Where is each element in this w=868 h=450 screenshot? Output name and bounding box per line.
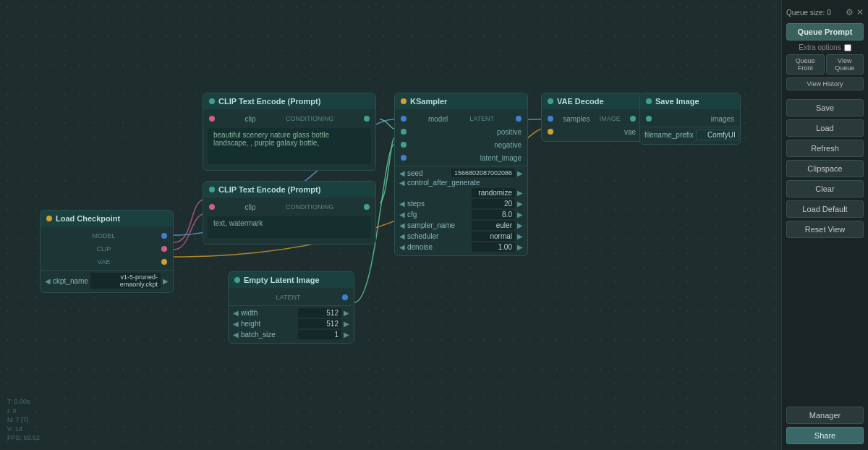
extra-options-checkbox[interactable] [844, 44, 851, 51]
node-title: CLIP Text Encode (Prompt) [218, 97, 320, 106]
close-icon[interactable]: ✕ [856, 7, 864, 17]
clip-text-positive-node: CLIP Text Encode (Prompt) clip CONDITION… [203, 93, 376, 171]
queue-front-button[interactable]: Queue Front [786, 54, 825, 75]
load-default-button[interactable]: Load Default [786, 200, 864, 218]
cond-output-dot [364, 116, 370, 122]
node-title: Load Checkpoint [56, 214, 120, 223]
view-history-button[interactable]: View History [786, 77, 864, 90]
ckpt-arrow[interactable]: ◀ [45, 277, 51, 285]
share-button[interactable]: Share [786, 427, 864, 444]
clip-output-dot [161, 246, 167, 252]
ckpt-btn[interactable]: ▶ [163, 277, 169, 285]
latent-output-dot [342, 294, 348, 300]
clipspace-button[interactable]: Clipspace [786, 160, 864, 177]
node-status-dot [548, 98, 553, 104]
load-button[interactable]: Load [786, 119, 864, 137]
clear-button[interactable]: Clear [786, 180, 864, 198]
latent-output-dot [516, 116, 522, 122]
images-input-dot [646, 116, 652, 122]
seed-value: 1566802087002086 [451, 169, 515, 177]
node-title: KSampler [410, 97, 447, 106]
load-checkpoint-node: Load Checkpoint MODEL CLIP VAE ◀ ckpt_na [40, 210, 174, 293]
save-image-node: Save Image images filename_prefix ComfyU… [639, 93, 741, 145]
vae-input-dot [548, 129, 553, 135]
node-title: VAE Decode [557, 97, 604, 106]
queue-prompt-button[interactable]: Queue Prompt [786, 23, 864, 41]
extra-options-row: Extra options [786, 43, 864, 51]
vae-output-dot [161, 259, 167, 265]
save-button[interactable]: Save [786, 99, 864, 116]
extra-options-label: Extra options [799, 43, 841, 51]
reset-view-button[interactable]: Reset View [786, 221, 864, 238]
clip-text-negative-node: CLIP Text Encode (Prompt) clip CONDITION… [203, 181, 376, 245]
refresh-button[interactable]: Refresh [786, 140, 864, 157]
clip-input-dot [209, 204, 215, 210]
node-status-dot [234, 277, 240, 283]
queue-size-label: Queue size: 0 [786, 9, 831, 17]
node-status-dot [209, 187, 215, 192]
settings-icon[interactable]: ⚙ [846, 7, 854, 17]
corner-stats: T: 0.00s I: 0 N: 7 [7] V: 14 FPS: 59.52 [7, 397, 40, 443]
latent-input-dot [401, 155, 407, 161]
ckpt-value: v1-5-pruned-emaonly.ckpt [90, 273, 161, 289]
cond-output-dot [364, 204, 370, 210]
sidebar: Queue size: 0 ⚙ ✕ Queue Prompt Extra opt… [781, 0, 868, 450]
model-input-dot [401, 116, 407, 122]
node-status-dot [646, 98, 652, 104]
filename-prefix-value[interactable]: ComfyUI [696, 130, 739, 140]
negative-prompt-text[interactable]: text, watermark [208, 216, 371, 238]
clip-input-dot [209, 116, 215, 122]
ksampler-node: KSampler model LATENT positive negative … [394, 93, 528, 256]
node-status-dot [209, 98, 215, 104]
queue-header: Queue size: 0 ⚙ ✕ [786, 6, 864, 19]
negative-input-dot [401, 142, 407, 148]
node-title: Empty Latent Image [244, 276, 320, 284]
node-status-dot [46, 216, 52, 221]
node-status-dot [401, 98, 407, 104]
positive-prompt-text[interactable]: beautiful scenery nature glass bottle la… [208, 128, 371, 164]
model-output-dot [161, 233, 167, 239]
positive-input-dot [401, 129, 407, 135]
vae-decode-node: VAE Decode samples IMAGE vae [541, 93, 642, 142]
samples-input-dot [548, 116, 553, 122]
node-title: CLIP Text Encode (Prompt) [218, 185, 320, 194]
view-queue-button[interactable]: View Queue [826, 54, 864, 75]
view-history-row: View History [786, 77, 864, 90]
empty-latent-node: Empty Latent Image LATENT ◀ width 512 ▶ … [228, 271, 354, 344]
manager-button[interactable]: Manager [786, 407, 864, 424]
queue-view-row: Queue Front View Queue [786, 54, 864, 75]
image-output-dot [630, 116, 636, 122]
node-title: Save Image [655, 97, 699, 106]
